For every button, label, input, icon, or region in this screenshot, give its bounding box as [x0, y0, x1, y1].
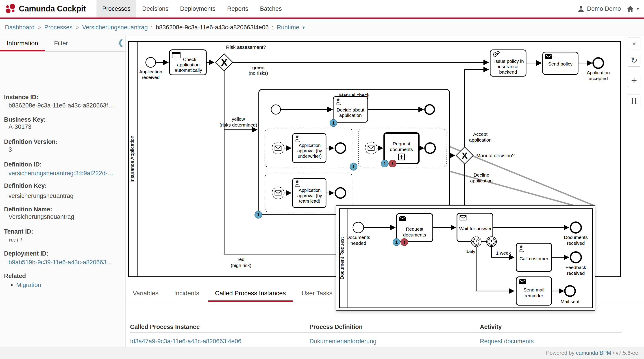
task-decide-about-application[interactable] [333, 97, 368, 122]
task-issue-policy[interactable] [490, 50, 526, 76]
end-event-application-accepted[interactable] [593, 58, 604, 68]
sidebar-collapse-button[interactable]: ❮ [118, 38, 124, 47]
footer: Powered by camunda BPM / v7.5.6-ee [0, 347, 644, 359]
table-header-separator [130, 332, 622, 333]
start-event-manual-check[interactable] [271, 105, 280, 114]
end-event-manual-check[interactable] [425, 105, 434, 114]
footer-version: / v7.5.6-ee [611, 350, 638, 356]
activity-instance-badge [350, 163, 357, 170]
end-event-feedback-received[interactable] [570, 252, 581, 263]
timer-label-daily: daily [466, 249, 476, 254]
tab-information[interactable]: Information [0, 36, 45, 51]
task-check-application[interactable] [170, 50, 206, 75]
table-row-definition-link[interactable]: Dokumentenanforderung [310, 338, 376, 345]
call-activity-request-documents[interactable] [384, 133, 419, 163]
subprocess-manual-check[interactable] [259, 89, 450, 214]
tab-user-tasks[interactable]: User Tasks [295, 284, 339, 302]
related-migration-link[interactable]: Migration [16, 282, 41, 288]
field-value-deployment-id[interactable]: b9ab519b-9c39-11e6-a43c-a820663… [8, 259, 112, 266]
field-value-definition-id[interactable]: versicherungsneuantrag:3:b9af222d-… [8, 170, 114, 177]
task-approval-teamlead[interactable] [292, 178, 326, 208]
start-event-documents-needed[interactable] [353, 222, 364, 233]
breadcrumb-dashboard[interactable]: Dashboard [5, 24, 34, 31]
task-label: documents [390, 147, 413, 152]
gateway-x-icon: X [221, 57, 227, 68]
brand[interactable]: Camunda Cockpit [6, 0, 86, 18]
flow-label-decline: application [470, 178, 493, 183]
footer-camunda-link[interactable]: camunda BPM [576, 350, 611, 356]
boundary-timer-daily[interactable] [471, 237, 481, 247]
tab-filter[interactable]: Filter [48, 36, 74, 51]
nav-reports[interactable]: Reports [221, 0, 254, 18]
subprocess-label: Manual check [339, 93, 370, 98]
breadcrumb-separator: » [76, 24, 79, 31]
tab-called-process-instances[interactable]: Called Process Instances [208, 284, 293, 302]
start-event-label: Documents [346, 235, 370, 240]
refresh-button[interactable]: ↻ [628, 54, 640, 67]
end-event[interactable] [335, 143, 346, 153]
end-event[interactable] [425, 143, 435, 153]
camunda-cockpit-page: Camunda Cockpit Processes Decisions Depl… [0, 0, 644, 359]
incident-badge [389, 160, 396, 167]
flow-label-red: (high risk) [231, 263, 251, 268]
end-event-mail-sent[interactable] [565, 286, 575, 296]
task-approval-underwriter[interactable] [292, 134, 326, 163]
end-event-label: Mail sent [560, 299, 580, 304]
top-navbar: Camunda Cockpit Processes Decisions Depl… [0, 0, 644, 18]
popup-bpmn-canvas: Document Request Documents needed Reques… [336, 206, 596, 311]
badge-count: 1 [384, 161, 386, 166]
end-event-label: Documents [564, 235, 588, 240]
badge-count: 1 [395, 240, 398, 245]
end-event[interactable] [335, 188, 346, 198]
flow-label-accept: Accept [473, 132, 488, 137]
tab-variables[interactable]: Variables [126, 284, 165, 302]
app-title: Camunda Cockpit [19, 4, 86, 14]
field-label-deployment-id: Deployment ID: [4, 250, 48, 257]
nav-processes[interactable]: Processes [96, 0, 136, 18]
field-label-definition-key: Definition Key: [4, 182, 47, 189]
field-value-instance-id: b836208e-9c3a-11e6-a43c-a820663f… [8, 102, 114, 109]
badge-incident: ! [392, 161, 394, 166]
gateway-manual-decision[interactable] [456, 147, 473, 164]
nav-batches[interactable]: Batches [254, 0, 288, 18]
field-value-definition-version: 3 [8, 146, 12, 153]
flow-label-yellow: (risks determined) [220, 122, 257, 127]
breadcrumb: Dashboard » Processes » Versicherungsneu… [0, 19, 644, 36]
message-start-event[interactable] [365, 142, 377, 154]
called-process-popup: Document Request Documents needed Reques… [336, 205, 595, 311]
close-button[interactable]: × [628, 37, 640, 50]
end-event-label: received [567, 240, 584, 246]
badge-count: 1 [257, 212, 260, 217]
field-label-definition-id: Definition ID: [4, 161, 42, 168]
runtime-caret-icon[interactable]: ▾ [302, 25, 305, 31]
suspend-button[interactable] [628, 94, 640, 107]
home-icon[interactable] [627, 6, 634, 12]
user-area: Demo Demo ▾ [578, 0, 639, 18]
task-label: Call customer [520, 256, 548, 261]
end-event-documents-received[interactable] [570, 222, 581, 233]
nav-decisions[interactable]: Decisions [136, 0, 174, 18]
zoom-in-button[interactable]: + [628, 74, 640, 87]
task-label: Decide about [336, 107, 364, 112]
message-start-event[interactable] [272, 142, 284, 154]
related-heading: Related [4, 273, 26, 280]
home-caret-icon[interactable]: ▾ [636, 6, 639, 12]
sidebar-tabs: Information Filter [0, 36, 125, 52]
message-start-event[interactable] [272, 187, 284, 199]
table-row-activity-link[interactable]: Request documents [480, 338, 534, 345]
task-label: underwriter) [298, 154, 322, 159]
breadcrumb-process-definition[interactable]: Versicherungsneuantrag [82, 24, 148, 31]
tab-incidents[interactable]: Incidents [168, 284, 206, 302]
task-label: application [177, 62, 200, 67]
gateway-risk-assessment[interactable] [216, 54, 233, 71]
nav-deployments[interactable]: Deployments [174, 0, 221, 18]
task-label: Send mail [523, 287, 544, 292]
task-send-policy[interactable] [543, 52, 578, 75]
user-name[interactable]: Demo Demo [587, 6, 621, 12]
start-event-application-received[interactable] [146, 58, 156, 67]
boundary-timer-week[interactable] [486, 237, 496, 247]
breadcrumb-instance-id: b836208e-9c3a-11e6-a43c-a820663f4e06 [156, 24, 269, 31]
breadcrumb-processes[interactable]: Processes [44, 24, 72, 31]
breadcrumb-view-runtime[interactable]: Runtime [277, 24, 299, 31]
table-row-instance-link[interactable]: fd3a47a9-9c3a-11e6-a43c-a820663f4e06 [130, 338, 241, 345]
